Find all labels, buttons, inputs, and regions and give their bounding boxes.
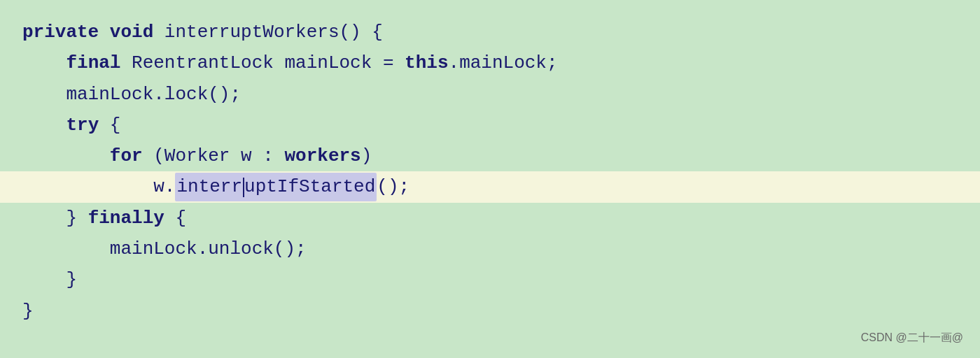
code-container: private void interruptWorkers() { final …	[0, 0, 980, 358]
text-cursor	[243, 178, 244, 198]
keyword-for: for	[110, 142, 143, 170]
code-line-4: try {	[22, 110, 958, 141]
code-line-1: private void interruptWorkers() {	[22, 17, 958, 48]
code-line-7: } finally {	[22, 203, 958, 234]
keyword-try: try	[66, 111, 99, 139]
keyword-void: void	[110, 18, 153, 46]
watermark: CSDN @二十一画@	[861, 331, 963, 345]
keyword-workers: workers	[284, 142, 360, 170]
code-line-5: for (Worker w : workers)	[22, 141, 958, 171]
code-line-8: mainLock.unlock();	[22, 234, 958, 264]
keyword-this: this	[405, 49, 448, 77]
keyword-private: private	[22, 18, 99, 46]
keyword-finally: finally	[88, 204, 164, 232]
code-line-6: w.interruptIfStarted();	[0, 171, 980, 202]
code-line-9: }	[22, 264, 958, 295]
method-highlight: interruptIfStarted	[175, 173, 377, 201]
keyword-final: final	[66, 49, 120, 77]
code-block: private void interruptWorkers() { final …	[22, 17, 958, 327]
code-line-3: mainLock.lock();	[22, 79, 958, 110]
code-line-10: }	[22, 296, 958, 327]
code-line-2: final ReentrantLock mainLock = this.main…	[22, 48, 958, 78]
